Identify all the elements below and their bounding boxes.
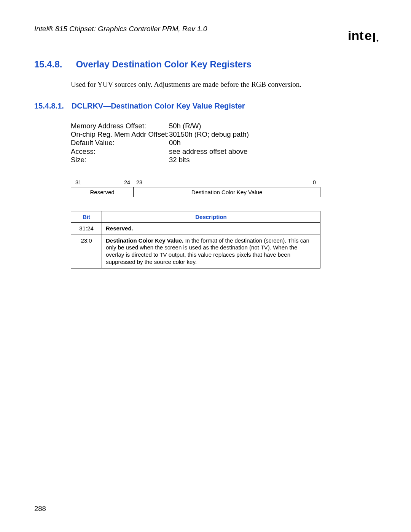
property-value: 30150h (RO; debug path) [169, 130, 249, 139]
bitfield-cell-value: Destination Color Key Value [134, 187, 320, 197]
description-table: Bit Description 31:24 Reserved. 23:0 Des… [71, 211, 320, 268]
property-value: 50h (R/W) [169, 122, 201, 130]
property-row: Access: see address offset above [71, 147, 381, 156]
desc-bold: Destination Color Key Value. [106, 237, 183, 244]
svg-text:e: e [365, 29, 372, 43]
register-properties: Memory Address Offset: 50h (R/W) On-chip… [71, 122, 381, 164]
subsection-heading: 15.4.8.1. DCLRKV—Destination Color Key V… [34, 102, 381, 110]
svg-point-3 [377, 40, 379, 42]
property-value: 00h [169, 139, 181, 147]
bit-marker-23: 23 [136, 179, 142, 185]
bit-marker-0: 0 [313, 179, 316, 185]
table-row: 31:24 Reserved. [71, 222, 320, 235]
property-row: Memory Address Offset: 50h (R/W) [71, 122, 381, 130]
svg-text:int: int [348, 29, 364, 43]
property-label: On-chip Reg. Mem Addr Offset: [71, 130, 169, 139]
bit-marker-24: 24 [124, 179, 130, 185]
bitfield-bit-markers: 31 24 23 0 [71, 179, 320, 187]
page-number: 288 [34, 505, 46, 513]
section-heading: 15.4.8. Overlay Destination Color Key Re… [34, 59, 381, 70]
property-value: see address offset above [169, 147, 247, 156]
svg-text:l: l [372, 30, 376, 44]
cell-description: Reserved. [102, 222, 320, 235]
page: Intel® 815 Chipset: Graphics Controller … [0, 0, 411, 532]
property-label: Default Value: [71, 139, 169, 147]
bitfield-cell-reserved: Reserved [71, 187, 134, 197]
intel-logo-icon: int e l [348, 29, 381, 44]
property-label: Memory Address Offset: [71, 122, 169, 130]
desc-bold: Reserved. [106, 225, 133, 232]
property-row: Default Value: 00h [71, 139, 381, 147]
page-header: Intel® 815 Chipset: Graphics Controller … [34, 25, 381, 44]
description-table-wrap: Bit Description 31:24 Reserved. 23:0 Des… [71, 211, 320, 268]
property-label: Access: [71, 147, 169, 156]
bitfield-table: Reserved Destination Color Key Value [71, 187, 320, 197]
property-row: On-chip Reg. Mem Addr Offset: 30150h (RO… [71, 130, 381, 139]
section-intro-text: Used for YUV sources only. Adjustments a… [71, 80, 381, 89]
table-row: 23:0 Destination Color Key Value. In the… [71, 235, 320, 268]
col-header-description: Description [102, 211, 320, 222]
cell-description: Destination Color Key Value. In the form… [102, 235, 320, 268]
document-title: Intel® 815 Chipset: Graphics Controller … [34, 25, 207, 33]
bitfield-diagram: 31 24 23 0 Reserved Destination Color Ke… [71, 179, 320, 197]
table-header-row: Bit Description [71, 211, 320, 222]
cell-bit: 23:0 [71, 235, 102, 268]
col-header-bit: Bit [71, 211, 102, 222]
cell-bit: 31:24 [71, 222, 102, 235]
property-row: Size: 32 bits [71, 156, 381, 164]
subsection-title: DCLRKV—Destination Color Key Value Regis… [72, 102, 245, 110]
subsection-number: 15.4.8.1. [34, 102, 64, 110]
section-title: Overlay Destination Color Key Registers [76, 59, 251, 70]
bit-marker-31: 31 [75, 179, 81, 185]
property-label: Size: [71, 156, 169, 164]
property-value: 32 bits [169, 156, 190, 164]
section-number: 15.4.8. [34, 59, 62, 70]
